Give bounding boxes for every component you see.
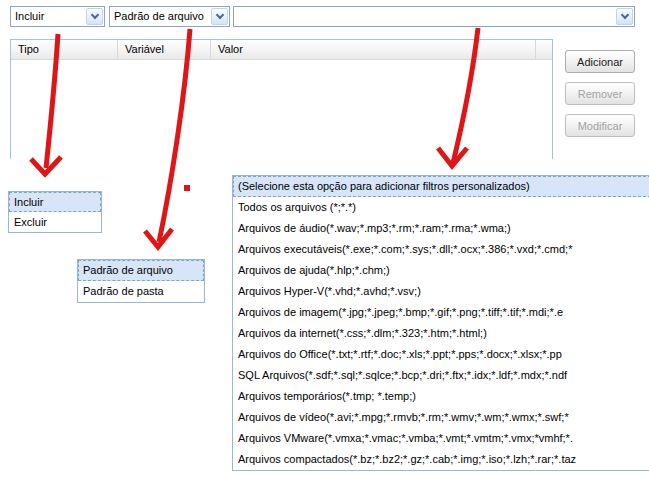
list-item[interactable]: Arquivos de vídeo(*.avi;*.mpg;*.rmvb;*.r… (233, 407, 649, 428)
list-item[interactable]: Arquivos VMware(*.vmxa;*.vmac;*.vmba;*.v… (233, 428, 649, 449)
type-dropdown-list: IncluirExcluir (8, 191, 102, 233)
modificar-button: Modificar (565, 114, 635, 137)
list-item[interactable]: Arquivos de imagem(*.jpg;*.jpeg;*.bmp;*.… (233, 302, 649, 323)
list-item[interactable]: (Selecione esta opção para adicionar fil… (233, 176, 649, 197)
column-header-tipo[interactable]: Tipo (11, 40, 118, 59)
list-item[interactable]: Arquivos Hyper-V(*.vhd;*.avhd;*.vsv;) (233, 281, 649, 302)
value-combobox[interactable] (233, 6, 635, 27)
column-header-variavel[interactable]: Variável (118, 40, 211, 59)
list-item[interactable]: Arquivos do Office(*.txt;*.rtf;*.doc;*.x… (233, 344, 649, 365)
variable-dropdown-list: Padrão de arquivoPadrão de pasta (77, 259, 205, 303)
remover-button: Remover (565, 82, 635, 105)
variable-combobox-dropdown-button[interactable] (211, 8, 228, 25)
chevron-down-icon (620, 11, 628, 19)
list-item[interactable]: Arquivos de áudio(*.wav;*.mp3;*.rm;*.ram… (233, 218, 649, 239)
filters-table: Tipo Variável Valor (10, 39, 553, 159)
chevron-down-icon (215, 11, 223, 19)
list-item[interactable]: Excluir (9, 212, 101, 232)
variable-combobox[interactable]: Padrão de arquivo (109, 6, 230, 27)
type-combobox-value: Incluir (11, 7, 85, 26)
column-header-filler (536, 40, 552, 59)
value-dropdown-list: (Selecione esta opção para adicionar fil… (232, 175, 649, 471)
list-item[interactable]: Padrão de arquivo (78, 260, 204, 281)
adicionar-button[interactable]: Adicionar (565, 50, 635, 73)
filters-table-empty-body (11, 60, 552, 159)
list-item[interactable]: Arquivos de ajuda(*.hlp;*.chm;) (233, 260, 649, 281)
type-combobox-dropdown-button[interactable] (86, 8, 103, 25)
list-item[interactable]: SQL Arquivos(*.sdf;*.sql;*.sqlce;*.bcp;*… (233, 365, 649, 386)
chevron-down-icon (90, 11, 98, 19)
list-item[interactable]: Padrão de pasta (78, 281, 204, 302)
list-item[interactable]: Arquivos da internet(*.css;*.dlm;*.323;*… (233, 323, 649, 344)
variable-combobox-value: Padrão de arquivo (110, 7, 210, 26)
value-combobox-dropdown-button[interactable] (616, 8, 633, 25)
type-combobox[interactable]: Incluir (10, 6, 105, 27)
list-item[interactable]: Todos os arquivos (*;*.*) (233, 197, 649, 218)
list-item[interactable]: Arquivos executáveis(*.exe;*.com;*.sys;*… (233, 239, 649, 260)
filters-table-header: Tipo Variável Valor (11, 40, 552, 60)
column-header-valor[interactable]: Valor (211, 40, 536, 59)
list-item[interactable]: Arquivos compactados(*.bz;*.bz2;*.gz;*.c… (233, 449, 649, 470)
red-dot-annotation (184, 185, 190, 191)
list-item[interactable]: Arquivos temporários(*.tmp; *.temp;) (233, 386, 649, 407)
list-item[interactable]: Incluir (9, 192, 101, 212)
